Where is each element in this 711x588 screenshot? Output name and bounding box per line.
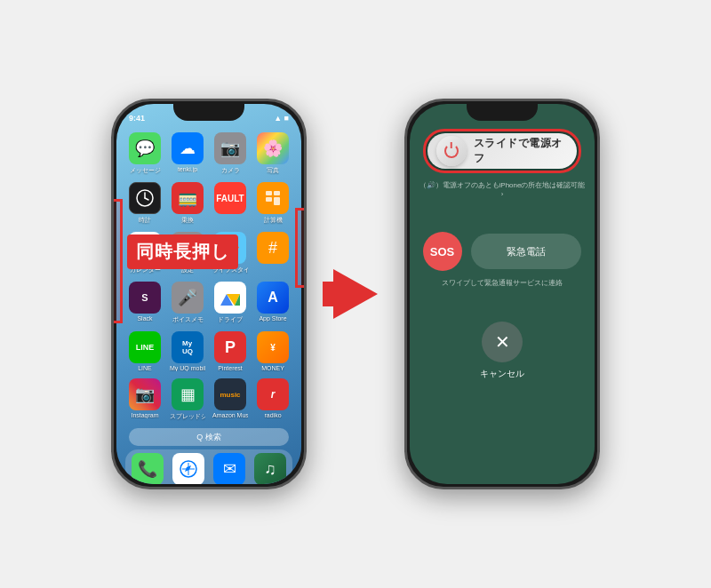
app-amazon-music[interactable]: music Amazon Music bbox=[211, 378, 250, 421]
calc-label: 計算機 bbox=[264, 216, 283, 225]
power-slider-text: スライドで電源オフ bbox=[474, 136, 569, 166]
sos-circle: SOS bbox=[423, 232, 462, 271]
calc-icon bbox=[257, 182, 289, 214]
notch-right bbox=[467, 101, 538, 121]
cancel-label: キャンセル bbox=[480, 368, 524, 380]
volume-mute-button[interactable] bbox=[111, 172, 113, 199]
dock-phone[interactable]: 📞 bbox=[129, 453, 166, 484]
camera-label: カメラ bbox=[221, 166, 240, 175]
right-phone-power[interactable] bbox=[598, 226, 600, 288]
slack-icon: S bbox=[129, 282, 161, 314]
sos-row: SOS 緊急電話 bbox=[423, 232, 582, 271]
mail-icon: ✉ bbox=[213, 453, 245, 484]
dock-music[interactable]: ♫ bbox=[252, 453, 289, 484]
voicememo-icon: 🎤 bbox=[172, 282, 204, 314]
money-icon: ¥ bbox=[257, 331, 289, 363]
safari-icon bbox=[172, 453, 204, 484]
app-clock[interactable]: 時計 bbox=[125, 182, 164, 225]
right-button-highlight bbox=[295, 208, 307, 288]
app-default1[interactable]: FAULT bbox=[211, 182, 250, 225]
cancel-button[interactable]: ✕ bbox=[482, 322, 523, 362]
search-placeholder: Q 検索 bbox=[196, 432, 221, 443]
app-camera[interactable]: 📷 カメラ bbox=[211, 132, 250, 175]
tenkijp-icon: ☁ bbox=[172, 132, 204, 164]
amazon-music-icon: music bbox=[214, 378, 246, 410]
dock-safari[interactable] bbox=[170, 453, 207, 484]
drive-label: ドライブ bbox=[218, 315, 243, 324]
power-btn-circle bbox=[436, 136, 467, 166]
swipe-text: スワイプして緊急通報サービスに連絡 bbox=[423, 278, 582, 288]
cancel-area: ✕ キャンセル bbox=[480, 322, 524, 380]
app-grid: 💬 メッセージ ☁ tenki.jp 📷 カメラ 🌸 写真 bbox=[116, 129, 301, 425]
right-phone-vol-down[interactable] bbox=[404, 279, 406, 323]
appstore-label: App Store bbox=[259, 315, 286, 322]
search-bar[interactable]: Q 検索 bbox=[129, 428, 289, 446]
messages-icon: 💬 bbox=[129, 132, 161, 164]
app-pinterest[interactable]: P Pinterest bbox=[211, 331, 250, 371]
svg-rect-4 bbox=[274, 191, 280, 195]
arrow-container bbox=[333, 269, 378, 319]
svg-rect-6 bbox=[274, 197, 280, 205]
right-screen: スライドで電源オフ （🔊）電源オフのあともiPhoneの所在地は確認可能 › S… bbox=[410, 104, 595, 484]
app-radiko[interactable]: r radiko bbox=[253, 378, 292, 421]
app-photos[interactable]: 🌸 写真 bbox=[253, 132, 292, 175]
spreadsheet-icon: ▦ bbox=[172, 378, 204, 410]
spreadsheet-label: スプレッドシート bbox=[170, 412, 205, 421]
app-drive[interactable]: ドライブ bbox=[211, 282, 250, 324]
messages-label: メッセージ bbox=[130, 166, 161, 175]
app-uq[interactable]: MyUQ My UQ mobile bbox=[168, 331, 207, 371]
phone-left: 同時長押し 9:41 ▲ ■ 💬 メッセージ ☁ tenki.jp bbox=[111, 99, 307, 489]
right-phone-mute[interactable] bbox=[404, 190, 406, 217]
pinterest-icon: P bbox=[214, 331, 246, 363]
simultaneous-press-label: 同時長押し bbox=[127, 234, 238, 269]
volume-up-button[interactable] bbox=[111, 210, 113, 254]
app-appstore[interactable]: A App Store bbox=[253, 282, 292, 324]
power-slider-container[interactable]: スライドで電源オフ bbox=[423, 129, 582, 173]
instagram-icon: 📷 bbox=[129, 378, 161, 410]
main-container: 同時長押し 9:41 ▲ ■ 💬 メッセージ ☁ tenki.jp bbox=[0, 0, 711, 588]
notch-left bbox=[173, 101, 244, 121]
svg-rect-3 bbox=[266, 191, 272, 195]
app-train[interactable]: 🚃 乗換 bbox=[168, 182, 207, 225]
right-phone-vol-up[interactable] bbox=[404, 227, 406, 272]
location-text: （🔊）電源オフのあともiPhoneの所在地は確認可能 › bbox=[410, 180, 595, 198]
volume-down-button[interactable] bbox=[111, 261, 113, 306]
app-calculator2[interactable]: # bbox=[253, 232, 292, 274]
uq-label: My UQ mobile bbox=[170, 365, 205, 371]
power-button-left[interactable] bbox=[305, 226, 307, 288]
instagram-label: Instagram bbox=[131, 412, 158, 418]
app-slack[interactable]: S Slack bbox=[125, 282, 164, 324]
drive-icon bbox=[214, 282, 246, 314]
app-instagram[interactable]: 📷 Instagram bbox=[125, 378, 164, 421]
line-icon: LINE bbox=[129, 331, 161, 363]
default1-icon: FAULT bbox=[214, 182, 246, 214]
money-label: MONEY bbox=[261, 365, 284, 371]
app-messages[interactable]: 💬 メッセージ bbox=[125, 132, 164, 175]
train-icon: 🚃 bbox=[172, 182, 204, 214]
app-line[interactable]: LINE LINE bbox=[125, 331, 164, 371]
direction-arrow bbox=[333, 269, 378, 319]
photos-label: 写真 bbox=[267, 166, 279, 175]
uq-icon: MyUQ bbox=[172, 331, 204, 363]
photos-icon: 🌸 bbox=[257, 132, 289, 164]
app-voicememo[interactable]: 🎤 ボイスメモ bbox=[168, 282, 207, 324]
app-calc[interactable]: 計算機 bbox=[253, 182, 292, 225]
pinterest-label: Pinterest bbox=[218, 365, 243, 371]
line-label: LINE bbox=[138, 365, 152, 371]
train-label: 乗換 bbox=[181, 216, 194, 225]
dock: 📞 ✉ ♫ bbox=[125, 449, 292, 484]
power-icon bbox=[444, 144, 459, 158]
app-tenkijp[interactable]: ☁ tenki.jp bbox=[168, 132, 207, 175]
music-icon: ♫ bbox=[254, 453, 286, 484]
radiko-label: radiko bbox=[264, 412, 281, 418]
power-slider[interactable]: スライドで電源オフ bbox=[427, 133, 578, 169]
phone-icon: 📞 bbox=[132, 453, 164, 484]
app-money[interactable]: ¥ MONEY bbox=[253, 331, 292, 371]
app-spreadsheet[interactable]: ▦ スプレッドシート bbox=[168, 378, 207, 421]
left-button-highlight bbox=[111, 199, 123, 323]
clock-icon bbox=[129, 182, 161, 214]
appstore-icon: A bbox=[257, 282, 289, 314]
dock-mail[interactable]: ✉ bbox=[211, 453, 248, 484]
emergency-button[interactable]: 緊急電話 bbox=[471, 234, 582, 269]
radiko-icon: r bbox=[257, 378, 289, 410]
